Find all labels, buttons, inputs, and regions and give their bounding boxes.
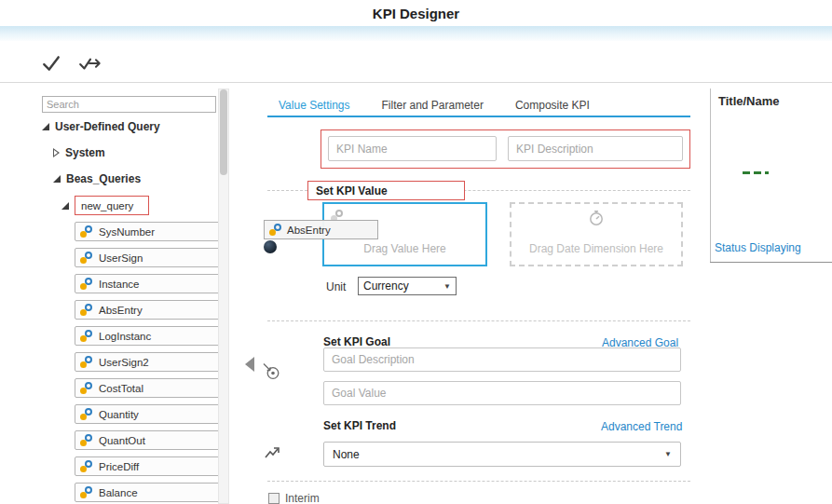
drag-status-icon <box>264 240 277 253</box>
expanded-triangle-icon[interactable] <box>42 123 49 130</box>
kpi-description-input[interactable] <box>508 136 683 161</box>
field-label: LogInstanc <box>99 331 151 342</box>
tree-field-item[interactable]: QuantOut <box>75 430 221 450</box>
tree-field-item[interactable]: UserSign2 <box>75 352 221 372</box>
set-kpi-value-label: Set KPI Value <box>316 184 388 198</box>
unit-label: Unit <box>326 280 346 293</box>
section-divider <box>267 481 690 482</box>
goal-value-input[interactable] <box>323 381 681 405</box>
tree-node-system[interactable]: System <box>53 144 105 161</box>
field-label: PriceDiff <box>99 461 139 472</box>
active-tab-underline <box>267 116 690 117</box>
interim-checkbox[interactable] <box>268 493 280 504</box>
dropdown-caret-icon: ▼ <box>664 450 672 458</box>
section-divider <box>267 320 690 321</box>
date-dimension-dropzone[interactable]: Drag Date Dimension Here <box>510 202 683 266</box>
tab-composite-kpi[interactable]: Composite KPI <box>515 99 590 112</box>
stopwatch-icon <box>588 210 605 226</box>
tree-scrollbar-thumb[interactable] <box>220 89 227 175</box>
title-placeholder-dashes <box>743 171 769 174</box>
tree-node-label: User-Defined Query <box>55 120 160 133</box>
field-label: Balance <box>99 487 138 498</box>
field-label: UserSign <box>99 252 143 264</box>
goal-description-input[interactable] <box>323 347 681 372</box>
tab-filter-and-parameter[interactable]: Filter and Parameter <box>382 99 484 112</box>
search-input[interactable] <box>42 96 216 113</box>
interim-label: Interim <box>285 492 320 504</box>
collapsed-triangle-icon[interactable] <box>53 148 60 157</box>
expanded-triangle-icon[interactable] <box>61 202 69 210</box>
collapse-panel-arrow[interactable] <box>245 357 254 372</box>
app-titlebar: KPI Designer <box>0 0 832 26</box>
page-title: KPI Designer <box>373 6 459 21</box>
right-panel-divider <box>710 262 832 263</box>
trend-selected-value: None <box>333 448 360 461</box>
field-icon <box>80 408 92 420</box>
right-panel-border <box>710 89 711 263</box>
field-icon <box>80 460 92 472</box>
tree-field-item[interactable]: Instance <box>75 274 221 293</box>
tree-node-label: new_query <box>81 200 133 211</box>
value-dropzone-hint: Drag Value Here <box>324 242 485 255</box>
unit-select[interactable]: Currency ▼ <box>358 277 457 295</box>
tab-bar: Value Settings Filter and Parameter Comp… <box>279 99 590 112</box>
field-label: QuantOut <box>99 435 145 446</box>
field-icon <box>80 434 92 446</box>
tab-value-settings[interactable]: Value Settings <box>279 99 350 112</box>
expanded-triangle-icon[interactable] <box>53 175 61 183</box>
tree-field-item[interactable]: SysNumber <box>75 222 221 241</box>
field-label: AbsEntry <box>99 305 143 316</box>
set-kpi-trend-heading: Set KPI Trend <box>323 419 396 432</box>
field-icon <box>80 278 92 290</box>
drag-ghost-absentry: AbsEntry <box>264 220 378 239</box>
advanced-trend-link[interactable]: Advanced Trend <box>601 420 682 433</box>
tree-field-item[interactable]: PriceDiff <box>75 456 221 476</box>
trend-select[interactable]: None ▼ <box>323 442 681 467</box>
dropdown-caret-icon: ▼ <box>443 282 451 291</box>
trend-icon <box>265 445 280 460</box>
field-label: UserSign2 <box>99 357 149 368</box>
field-label: SysNumber <box>99 226 155 238</box>
field-icon <box>80 225 92 238</box>
set-kpi-goal-heading: Set KPI Goal <box>323 335 390 348</box>
field-icon <box>269 224 281 236</box>
tree-field-item[interactable]: Quantity <box>75 404 221 424</box>
date-dropzone-hint: Drag Date Dimension Here <box>511 242 681 255</box>
tree-field-item[interactable]: LogInstanc <box>75 326 221 346</box>
title-name-heading: Title/Name <box>718 94 780 108</box>
tree-node-user-defined-query[interactable]: User-Defined Query <box>42 118 160 135</box>
tree-field-item[interactable]: CostTotal <box>75 378 221 398</box>
unit-selected-value: Currency <box>363 279 409 293</box>
field-icon <box>80 486 92 498</box>
kpi-name-input[interactable] <box>328 136 497 161</box>
check-arrow-icon <box>78 53 102 74</box>
header-gradient-band <box>0 26 832 41</box>
confirm-and-next-button[interactable] <box>78 53 102 74</box>
field-icon <box>80 382 92 394</box>
new-query-highlight-box: new_query <box>75 196 149 215</box>
field-icon <box>80 252 92 264</box>
tree-node-beas-queries[interactable]: Beas_Queries <box>53 170 141 187</box>
tree-field-item[interactable]: UserSign <box>75 248 221 267</box>
query-field-list: SysNumber UserSign Instance AbsEntry Log… <box>75 222 221 502</box>
status-displaying-link[interactable]: Status Displaying <box>715 241 801 254</box>
field-icon <box>80 330 92 342</box>
field-label: CostTotal <box>99 383 143 394</box>
tree-node-new-query[interactable]: new_query <box>61 196 149 215</box>
tree-field-item[interactable]: AbsEntry <box>75 300 221 320</box>
tree-node-label: Beas_Queries <box>66 172 141 185</box>
tree-node-label: System <box>65 146 105 159</box>
field-label: Instance <box>99 279 139 290</box>
field-label: Quantity <box>99 409 139 420</box>
goal-target-icon <box>263 362 280 380</box>
tree-field-item[interactable]: Balance <box>75 483 221 502</box>
check-icon <box>41 53 65 74</box>
set-kpi-value-heading: Set KPI Value <box>307 181 465 200</box>
drag-ghost-label: AbsEntry <box>287 225 331 236</box>
kpi-designer-window: KPI Designer User-Defined Query System B… <box>0 0 832 504</box>
field-icon <box>80 304 92 316</box>
toolbar <box>0 41 832 83</box>
field-icon <box>80 356 92 368</box>
confirm-button[interactable] <box>41 53 65 74</box>
